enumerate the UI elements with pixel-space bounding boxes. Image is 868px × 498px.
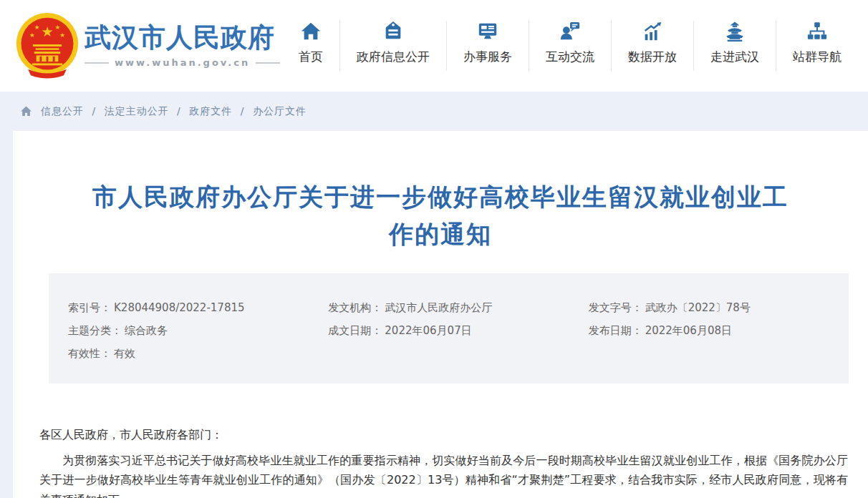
breadcrumb-separator: /	[177, 105, 181, 117]
breadcrumb-item-gov-documents[interactable]: 政府文件	[189, 105, 232, 117]
nav-item-about-wuhan[interactable]: 走进武汉	[693, 21, 776, 71]
brand-text: 武汉市人民政府 www.wuhan.gov.cn	[85, 24, 280, 69]
document-title: 市人民政府办公厅关于进一步做好高校毕业生留汉就业创业工作的通知	[85, 178, 796, 253]
meta-value: 武汉市人民政府办公厅	[385, 301, 492, 314]
meta-value: K28044908/2022-17815	[114, 301, 245, 314]
breadcrumb-item-office-documents[interactable]: 办公厅文件	[253, 105, 307, 117]
svg-text:★: ★	[29, 31, 35, 39]
document-card: 市人民政府办公厅关于进一步做好高校毕业生留汉就业创业工作的通知 索引号：K280…	[13, 131, 868, 498]
site-url: www.wuhan.gov.cn	[85, 57, 280, 68]
pagoda-icon	[724, 21, 746, 42]
svg-text:★: ★	[55, 24, 61, 31]
site-brand-link[interactable]: ★ ★ ★ ★ ★ 武汉市人民政府 www.wuhan.gov.cn	[13, 11, 280, 81]
meta-label: 发文字号：	[589, 301, 642, 314]
site-title: 武汉市人民政府	[85, 24, 280, 53]
breadcrumb-separator: /	[92, 105, 96, 117]
main-nav: 首页 政府信息公开 办事服务	[282, 19, 858, 73]
meta-label: 发布日期：	[589, 324, 642, 337]
nav-item-label: 政府信息公开	[357, 49, 430, 65]
meta-field-index-number: 索引号：K28044908/2022-17815	[68, 296, 321, 319]
site-url-text: www.wuhan.gov.cn	[115, 57, 250, 68]
meta-label: 发文机构：	[328, 301, 382, 314]
svg-text:★: ★	[59, 31, 65, 39]
meta-field-topic-category: 主题分类：综合政务	[68, 319, 321, 342]
meta-value: 综合政务	[125, 324, 168, 337]
document-meta-box: 索引号：K28044908/2022-17815 主题分类：综合政务 有效性：有…	[49, 273, 849, 384]
meta-column: 发文机构：武汉市人民政府办公厅 成文日期：2022年06月07日	[328, 296, 581, 365]
breadcrumb-item-info-disclosure[interactable]: 信息公开	[41, 105, 84, 117]
service-monitor-icon	[477, 21, 498, 42]
breadcrumb: 信息公开 / 法定主动公开 / 政府文件 / 办公厅文件	[0, 92, 868, 131]
meta-label: 成文日期：	[328, 324, 382, 337]
salutation: 各区人民政府，市人民政府各部门：	[39, 425, 848, 445]
meta-column: 索引号：K28044908/2022-17815 主题分类：综合政务 有效性：有…	[68, 296, 321, 365]
meta-field-publish-date: 发布日期：2022年06月08日	[589, 319, 842, 342]
nav-item-home[interactable]: 首页	[282, 21, 339, 71]
nav-item-label: 数据开放	[628, 49, 677, 65]
meta-column: 发文字号：武政办〔2022〕78号 发布日期：2022年06月08日	[589, 296, 842, 365]
breadcrumb-home-icon[interactable]	[20, 105, 32, 117]
interaction-icon	[559, 21, 581, 42]
meta-value: 武政办〔2022〕78号	[645, 301, 751, 314]
meta-label: 索引号：	[68, 301, 111, 314]
meta-value: 2022年06月07日	[385, 324, 471, 337]
national-emblem-icon: ★ ★ ★ ★ ★	[13, 11, 82, 81]
body-paragraph: 为贯彻落实习近平总书记关于做好高校毕业生就业工作的重要指示精神，切实做好当前及今…	[39, 451, 848, 498]
nav-item-gov-info[interactable]: 政府信息公开	[339, 21, 446, 71]
data-chart-icon	[642, 21, 663, 42]
svg-text:★: ★	[34, 24, 40, 31]
home-icon	[300, 21, 322, 42]
meta-field-composition-date: 成文日期：2022年06月07日	[328, 319, 581, 342]
breadcrumb-item-statutory-disclosure[interactable]: 法定主动公开	[105, 105, 169, 117]
nav-item-open-data[interactable]: 数据开放	[611, 21, 693, 71]
meta-value: 有效	[114, 347, 135, 360]
nav-item-site-navigation[interactable]: 站群导航	[776, 21, 858, 71]
nav-item-interaction[interactable]: 互动交流	[529, 21, 611, 71]
nav-item-services[interactable]: 办事服务	[446, 21, 529, 71]
nav-item-label: 走进武汉	[710, 49, 759, 65]
url-divider-line	[85, 62, 109, 64]
nav-item-label: 站群导航	[793, 49, 842, 65]
url-divider-line	[256, 62, 280, 64]
nav-item-label: 首页	[299, 49, 323, 65]
meta-field-document-number: 发文字号：武政办〔2022〕78号	[589, 296, 842, 319]
meta-label: 主题分类：	[68, 324, 122, 337]
nav-item-label: 互动交流	[546, 49, 594, 65]
meta-label: 有效性：	[68, 347, 111, 360]
document-body: 各区人民政府，市人民政府各部门： 为贯彻落实习近平总书记关于做好高校毕业生就业工…	[39, 425, 848, 498]
info-disclosure-icon	[382, 21, 404, 42]
site-header: ★ ★ ★ ★ ★ 武汉市人民政府 www.wuhan.gov.cn	[0, 0, 868, 92]
meta-value: 2022年06月08日	[645, 324, 732, 337]
svg-text:★: ★	[41, 24, 53, 40]
nav-item-label: 办事服务	[463, 49, 512, 65]
breadcrumb-trail: 信息公开 / 法定主动公开 / 政府文件 / 办公厅文件	[41, 105, 307, 118]
meta-field-issuing-agency: 发文机构：武汉市人民政府办公厅	[328, 296, 581, 319]
meta-field-validity: 有效性：有效	[68, 342, 321, 365]
sitemap-icon	[806, 21, 828, 42]
breadcrumb-separator: /	[241, 105, 245, 117]
